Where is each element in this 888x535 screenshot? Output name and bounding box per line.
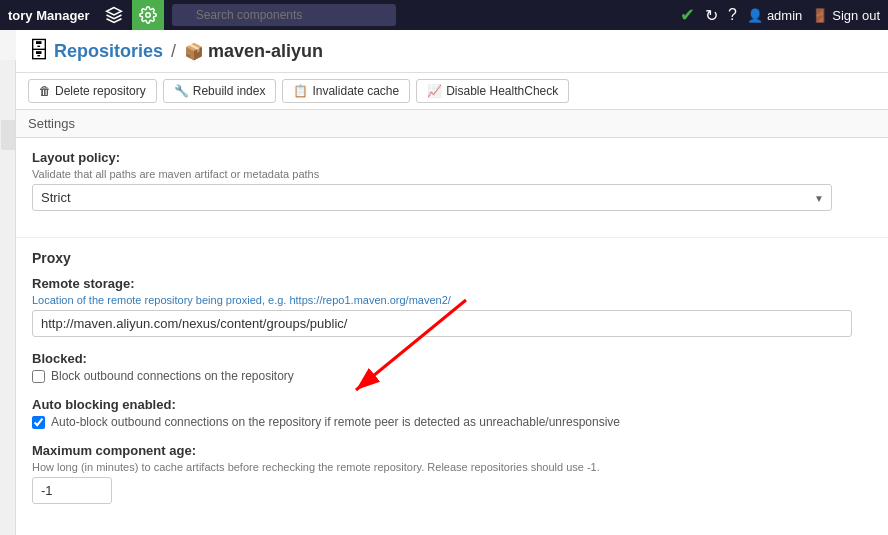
max-component-age-hint: How long (in minutes) to cache artifacts… — [32, 461, 872, 473]
healthcheck-label: Disable HealthCheck — [446, 84, 558, 98]
delete-icon: 🗑 — [39, 84, 51, 98]
invalidate-cache-button[interactable]: 📋 Invalidate cache — [282, 79, 410, 103]
blocked-checkbox-label: Block outbound connections on the reposi… — [51, 369, 294, 383]
navbar-right: ✔ ↻ ? 👤 admin 🚪 Sign out — [680, 4, 880, 26]
repo-icon: 📦 — [184, 42, 204, 61]
admin-name: admin — [767, 8, 802, 23]
box-icon — [105, 6, 123, 24]
remote-storage-field: Remote storage: Location of the remote r… — [32, 276, 872, 337]
remote-storage-label: Remote storage: — [32, 276, 872, 291]
navbar: tory Manager 🔍 ✔ ↻ ? 👤 admin 🚪 Sign out — [0, 0, 888, 30]
remote-storage-hint: Location of the remote repository being … — [32, 294, 872, 306]
max-component-age-input[interactable] — [32, 477, 112, 504]
proxy-section-title: Proxy — [32, 250, 872, 266]
signout-label: Sign out — [832, 8, 880, 23]
max-component-age-label: Maximum component age: — [32, 443, 872, 458]
help-icon[interactable]: ? — [728, 6, 737, 24]
auto-blocking-field: Auto blocking enabled: Auto-block outbou… — [32, 397, 872, 429]
nav-gear-box[interactable] — [132, 0, 164, 30]
blocked-checkbox-row[interactable]: Block outbound connections on the reposi… — [32, 369, 872, 383]
delete-repository-button[interactable]: 🗑 Delete repository — [28, 79, 157, 103]
settings-tab[interactable]: Settings — [16, 110, 888, 138]
auto-blocking-checkbox-label: Auto-block outbound connections on the r… — [51, 415, 620, 429]
layout-policy-select-wrapper: Strict Permissive — [32, 184, 832, 211]
layout-policy-label: Layout policy: — [32, 150, 872, 165]
status-check-icon: ✔ — [680, 4, 695, 26]
breadcrumb-slash: / — [171, 41, 176, 62]
proxy-section: Proxy Remote storage: Location of the re… — [16, 237, 888, 530]
signout-button[interactable]: 🚪 Sign out — [812, 8, 880, 23]
repo-title-row: 🗄 Repositories / 📦 maven-aliyun — [28, 38, 323, 64]
blocked-checkbox[interactable] — [32, 370, 45, 383]
layout-policy-hint: Validate that all paths are maven artifa… — [32, 168, 872, 180]
repositories-link[interactable]: Repositories — [54, 41, 163, 62]
rebuild-icon: 🔧 — [174, 84, 189, 98]
rebuild-index-button[interactable]: 🔧 Rebuild index — [163, 79, 277, 103]
blocked-field: Blocked: Block outbound connections on t… — [32, 351, 872, 383]
delete-label: Delete repository — [55, 84, 146, 98]
layout-policy-section: Layout policy: Validate that all paths a… — [16, 138, 888, 237]
gear-icon — [139, 6, 157, 24]
repo-name: maven-aliyun — [208, 41, 323, 62]
svg-point-0 — [145, 13, 150, 18]
invalidate-label: Invalidate cache — [312, 84, 399, 98]
layout-policy-select[interactable]: Strict Permissive — [32, 184, 832, 211]
user-icon: 👤 — [747, 8, 763, 23]
search-wrapper: 🔍 — [172, 4, 396, 26]
user-label: 👤 admin — [747, 8, 802, 23]
invalidate-icon: 📋 — [293, 84, 308, 98]
disable-healthcheck-button[interactable]: 📈 Disable HealthCheck — [416, 79, 569, 103]
auto-blocking-checkbox-row[interactable]: Auto-block outbound connections on the r… — [32, 415, 872, 429]
repo-header: 🗄 Repositories / 📦 maven-aliyun — [16, 30, 888, 73]
layout-policy-field: Layout policy: Validate that all paths a… — [32, 150, 872, 211]
settings-tab-label: Settings — [28, 116, 75, 131]
blocked-label: Blocked: — [32, 351, 872, 366]
right-panel: 🗄 Repositories / 📦 maven-aliyun 🗑 Delete… — [16, 30, 888, 535]
healthcheck-icon: 📈 — [427, 84, 442, 98]
signout-icon: 🚪 — [812, 8, 828, 23]
action-buttons-bar: 🗑 Delete repository 🔧 Rebuild index 📋 In… — [16, 73, 888, 110]
auto-blocking-checkbox[interactable] — [32, 416, 45, 429]
refresh-icon[interactable]: ↻ — [705, 6, 718, 25]
nav-box-icon[interactable] — [98, 0, 130, 30]
db-icon: 🗄 — [28, 38, 50, 64]
content-area: Layout policy: Validate that all paths a… — [16, 138, 888, 535]
rebuild-label: Rebuild index — [193, 84, 266, 98]
app-brand: tory Manager — [8, 8, 90, 23]
auto-blocking-label: Auto blocking enabled: — [32, 397, 872, 412]
search-input[interactable] — [172, 4, 396, 26]
max-component-age-field: Maximum component age: How long (in minu… — [32, 443, 872, 504]
remote-storage-input[interactable] — [32, 310, 852, 337]
left-sidebar — [0, 60, 16, 535]
sidebar-tab-1[interactable] — [1, 120, 15, 150]
